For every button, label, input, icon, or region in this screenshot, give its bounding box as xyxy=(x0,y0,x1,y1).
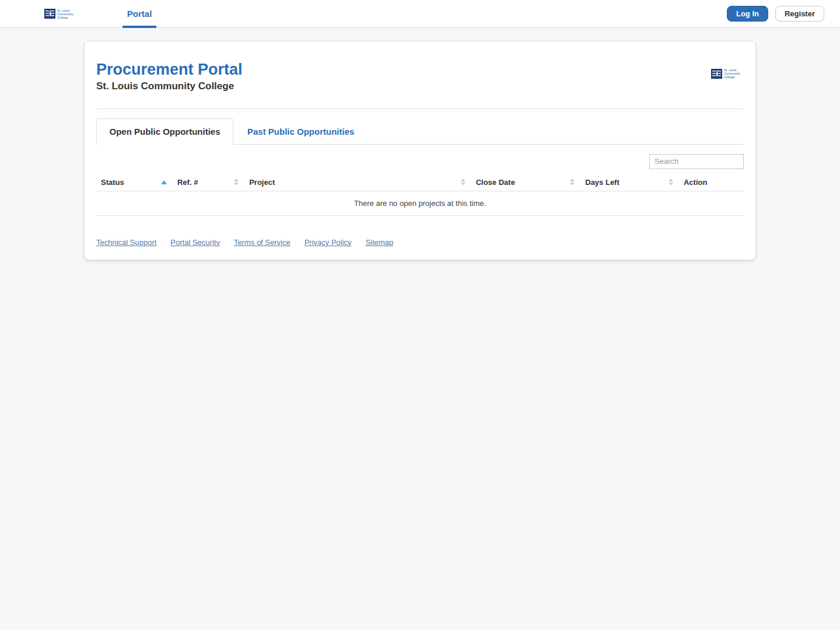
top-navigation-bar: St. Louis Community College Portal Log I… xyxy=(0,0,840,28)
link-technical-support[interactable]: Technical Support xyxy=(96,238,156,247)
column-header-status[interactable]: Status xyxy=(96,174,173,191)
nav-tab-active-underline xyxy=(123,26,157,28)
link-terms-of-service[interactable]: Terms of Service xyxy=(234,238,290,247)
link-privacy-policy[interactable]: Privacy Policy xyxy=(304,238,352,247)
empty-state-message: There are no open projects at this time. xyxy=(96,191,744,215)
register-button[interactable]: Register xyxy=(775,6,824,22)
page-title: Procurement Portal xyxy=(96,61,243,79)
column-header-days-left[interactable]: Days Left xyxy=(580,174,679,191)
nav-tab-portal-label: Portal xyxy=(127,9,152,19)
column-label: Ref. # xyxy=(177,178,198,187)
sort-both-icon xyxy=(461,178,466,186)
sort-both-icon xyxy=(668,178,673,186)
nav-actions: Log In Register xyxy=(727,6,824,22)
college-logo-text: St. Louis Community College xyxy=(724,68,740,79)
opportunities-tabs: Open Public Opportunities Past Public Op… xyxy=(96,118,744,145)
search-row xyxy=(96,154,744,169)
logo-line3: College xyxy=(724,75,740,79)
column-label: Project xyxy=(249,178,275,187)
procurement-portal-card: Procurement Portal St. Louis Community C… xyxy=(84,41,756,260)
card-header-titles: Procurement Portal St. Louis Community C… xyxy=(96,61,243,92)
column-header-action[interactable]: Action xyxy=(679,174,744,191)
college-logo-icon xyxy=(711,69,722,79)
link-sitemap[interactable]: Sitemap xyxy=(366,238,394,247)
college-logo-text: St. Louis Community College xyxy=(57,9,74,19)
page-subtitle: St. Louis Community College xyxy=(96,80,243,92)
column-label: Action xyxy=(684,178,707,187)
logo-line3: College xyxy=(57,16,74,19)
tab-open-public-opportunities[interactable]: Open Public Opportunities xyxy=(96,118,233,145)
sort-both-icon xyxy=(570,178,575,186)
header-divider xyxy=(96,108,744,109)
card-header: Procurement Portal St. Louis Community C… xyxy=(96,53,744,92)
column-header-close-date[interactable]: Close Date xyxy=(471,174,581,191)
column-header-ref[interactable]: Ref. # xyxy=(173,174,244,191)
column-header-project[interactable]: Project xyxy=(244,174,471,191)
sort-ascending-icon xyxy=(161,180,167,184)
sort-both-icon xyxy=(234,178,239,186)
link-portal-security[interactable]: Portal Security xyxy=(170,238,220,247)
college-logo: St. Louis Community College xyxy=(44,9,74,19)
college-logo-card: St. Louis Community College xyxy=(710,67,741,80)
column-label: Status xyxy=(101,178,124,187)
table-empty-row: There are no open projects at this time. xyxy=(96,191,744,215)
college-logo-icon xyxy=(44,9,55,19)
column-label: Days Left xyxy=(585,178,620,187)
login-button[interactable]: Log In xyxy=(727,6,768,22)
nav-tab-portal[interactable]: Portal xyxy=(125,0,155,28)
column-label: Close Date xyxy=(476,178,515,187)
tab-past-public-opportunities[interactable]: Past Public Opportunities xyxy=(233,119,368,144)
footer-links: Technical Support Portal Security Terms … xyxy=(96,238,744,247)
table-header-row: Status Ref. # Project xyxy=(96,174,744,191)
search-input[interactable] xyxy=(649,154,744,169)
opportunities-table: Status Ref. # Project xyxy=(96,174,744,216)
